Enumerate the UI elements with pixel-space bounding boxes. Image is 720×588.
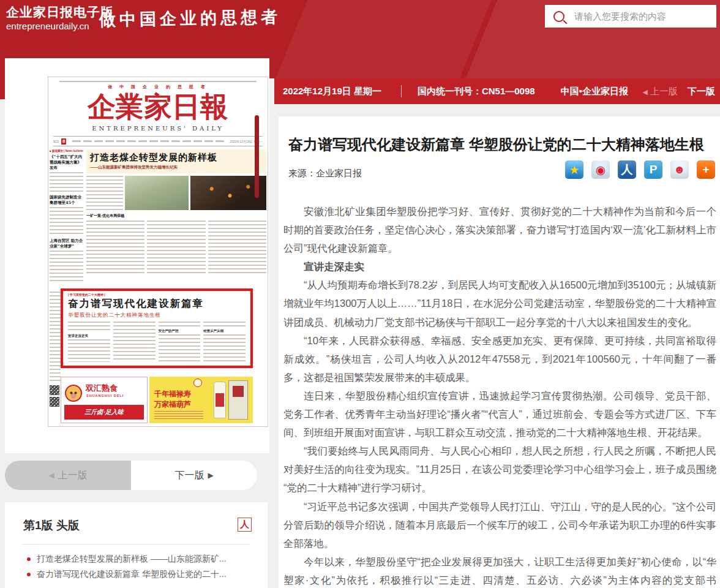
pdf-icon[interactable]: 人 <box>238 518 252 532</box>
article-card: 奋力谱写现代化建设新篇章 华塑股份让党的二十大精神落地生根 来源：企业家日报 ★… <box>279 116 720 588</box>
divider <box>22 544 250 545</box>
divider <box>401 85 402 97</box>
article-title: 奋力谱写现代化建设新篇章 华塑股份让党的二十大精神落地生根 <box>288 135 712 154</box>
article-body: 安徽淮北矿业集团华塑股份把学习好、宣传好、贯彻好党的二十大精神作为当前和今后一个… <box>283 202 716 588</box>
newspaper-text-placeholder <box>68 339 110 362</box>
date-bar: 2022年12月19日 星期一 国内统一刊号：CN51—0098 中国•企业家日… <box>274 78 720 104</box>
more-share-icon-glyph: + <box>702 163 709 176</box>
qzone-share-icon-glyph: ★ <box>569 163 579 177</box>
newspaper-masthead: 企業家日報 <box>48 89 268 124</box>
article-paragraph: “习近平总书记多次强调，中国共产党领导人民打江山、守江山，守的是人民的心。”这个… <box>283 497 716 552</box>
ad-slogan: 三斤卤·足入味 <box>84 408 123 417</box>
newspaper-left-column: ■ 新闻聚焦 | News bulletin 《“十四五”扩大内需战略实施方案》… <box>50 149 83 288</box>
article-paragraph: “从人均预期寿命增长到78.2岁，到居民人均可支配收入从16500元增加到351… <box>283 276 716 331</box>
ad-text-placeholder <box>154 411 203 420</box>
page-nav: 上一版 下一版 <box>5 461 257 490</box>
kaixin-share-icon[interactable]: ☻ <box>670 160 689 179</box>
share-row: ★◉人P☻+ <box>565 160 715 179</box>
kaixin-share-icon-glyph: ☻ <box>673 163 686 176</box>
article-source: 来源：企业家日报 <box>288 168 362 179</box>
newspaper-text-placeholder <box>147 221 205 273</box>
weibo-share-icon-glyph: ◉ <box>596 163 606 177</box>
liquor-brand-logo <box>193 379 202 387</box>
newspaper-text-placeholder <box>208 221 266 273</box>
liquor-box <box>228 380 248 420</box>
newspaper-scrollbar-thumb[interactable] <box>255 115 259 198</box>
ad-slogan-band: 三斤卤·足入味 <box>64 405 144 420</box>
newspaper-page-thumbnail[interactable]: 做 中 国 企 业 的 思 想 者 企業家日報 ENTREPRENEURS' D… <box>48 77 268 427</box>
article-list-item[interactable]: 奋力谱写现代化建设新篇章 华塑股份让党的二十... <box>23 567 259 582</box>
qzone-share-icon[interactable]: ★ <box>565 160 583 179</box>
qr-code <box>50 397 59 407</box>
newspaper-text-placeholder <box>68 322 110 333</box>
main-subtitle: ——山东能源新矿集团保持攻坚势发力稳增长纪实 <box>90 165 263 170</box>
issue-badge: 8 <box>61 138 66 145</box>
newspaper-text-placeholder <box>50 292 61 383</box>
search-input[interactable] <box>573 10 716 22</box>
newspaper-text-placeholder <box>159 322 201 328</box>
newspaper-text-placeholder <box>50 251 83 282</box>
pengyou-share-icon-glyph: P <box>650 163 658 176</box>
next-page-button[interactable]: 下一版 <box>131 461 257 490</box>
search-icon[interactable] <box>553 11 564 22</box>
featured-crosshead: 经营从严从细 <box>203 329 246 333</box>
pengyou-share-icon[interactable]: P <box>644 160 662 179</box>
prev-page-button[interactable]: 上一版 <box>5 461 131 490</box>
newspaper-ads-row: 双汇熟食 SHUANGHUI DELI 三斤卤·足入味 千年福禄寿 万家福葫芦 <box>61 377 253 423</box>
newspaper-text-placeholder <box>159 334 201 362</box>
ad-subtitle: SHUANGHUI DELI <box>86 394 124 398</box>
paper-name: 中国•企业家日报 <box>561 86 628 97</box>
pig-mascot-logo <box>65 385 82 402</box>
article-paragraph: 今年以来，华塑股份坚守“把企业发展得更加强大，让职工生活得更加美好”初心使命，以… <box>283 552 716 588</box>
article-paragraph: 安徽淮北矿业集团华塑股份把学习好、宣传好、贯彻好党的二十大精神作为当前和今后一个… <box>283 202 716 257</box>
newspaper-text-placeholder <box>86 176 123 210</box>
weibo-share-icon[interactable]: ◉ <box>591 160 610 179</box>
liquor-ad: 千年福禄寿 万家福葫芦 <box>149 377 253 423</box>
highlighted-article-box[interactable]: | 学习贯彻党的二十大精神 | 奋力谱写现代化建设新篇章 华塑股份让党的二十大精… <box>61 288 253 368</box>
plant-aerial-photo <box>125 176 189 210</box>
qr-code <box>50 385 59 395</box>
ad-title: 双汇熟食 <box>86 383 118 394</box>
site-domain: entrepreneurdaily.cn <box>6 21 89 31</box>
issue-date: 2022年12月19日 星期一 <box>283 86 381 97</box>
header-left-tail <box>0 78 5 99</box>
left-column-headline: 国家级先进制造业集群增至45个 <box>50 195 83 206</box>
newspaper-top-info-placeholder <box>59 81 257 82</box>
newspaper-text-placeholder <box>86 221 144 273</box>
header-stripe <box>263 0 497 78</box>
left-column-headline: 《“十四五”扩大内需战略实施方案》发布 <box>50 154 83 171</box>
newspaper-narrow-column <box>50 292 61 421</box>
ad-line2: 万家福葫芦 <box>154 399 191 410</box>
article-subheading: 宣讲走深走实 <box>283 257 716 276</box>
prev-page-link[interactable]: 上一版 <box>643 86 678 97</box>
site-title: 企业家日报电子版 <box>6 4 114 21</box>
newspaper-text-placeholder <box>113 322 156 362</box>
news-bulletin-label: ■ 新闻聚焦 | News bulletin <box>50 149 83 153</box>
newspaper-text-placeholder <box>50 172 83 193</box>
more-share-icon[interactable]: + <box>697 160 715 179</box>
newspaper-panel: 做 中 国 企 业 的 思 想 者 企業家日報 ENTREPRENEURS' D… <box>5 58 269 453</box>
featured-crosshead: 安全严防严控 <box>159 329 201 333</box>
featured-tag: | 学习贯彻党的二十大精神 | <box>68 293 246 296</box>
shuanghui-ad: 双汇熟食 SHUANGHUI DELI 三斤卤·足入味 <box>61 377 148 423</box>
newspaper-masthead-en: ENTREPRENEURS' DAILY <box>48 125 268 132</box>
issue-number: 国内统一刊号：CN51—0098 <box>418 86 535 97</box>
newspaper-info-left: 9(2) <box>53 140 59 143</box>
main-headline: 打造老煤企转型发展的新样板 <box>90 152 263 164</box>
next-page-link[interactable]: 下一版 <box>688 86 715 97</box>
renren-share-icon[interactable]: 人 <box>618 160 636 179</box>
page-index-panel: 第1版 头版 人 打造老煤企转型发展的新样板 ——山东能源新矿...奋力谱写现代… <box>5 502 268 588</box>
left-column-headline: 上海自贸区 助力企业家“全球梦” <box>50 238 83 249</box>
newspaper-info-row: 9(2) 8 2022年12月19日 星期一 <box>53 136 263 146</box>
site-slogan: 做中国企业的思想者 <box>99 6 282 31</box>
search-box[interactable] <box>545 5 716 28</box>
article-paragraph: 连日来，华塑股份精心组织宣传宣讲，迅速掀起学习宣传贯彻热潮。公司领导、党员干部、… <box>283 386 716 442</box>
newspaper-text-placeholder <box>50 207 83 236</box>
main-crosshead: 一矿一策·优化布局保稳 <box>86 213 266 219</box>
main-headline-block: 打造老煤企转型发展的新样板 ——山东能源新矿集团保持攻坚势发力稳增长纪实 <box>86 149 266 173</box>
newspaper-text-placeholder <box>203 334 246 362</box>
article-list-item[interactable]: 打造老煤企转型发展的新样板 ——山东能源新矿... <box>23 551 259 567</box>
liquor-bottle <box>214 382 226 418</box>
newspaper-text-placeholder <box>203 322 246 328</box>
featured-crosshead: 宣讲走深走实 <box>68 334 110 338</box>
